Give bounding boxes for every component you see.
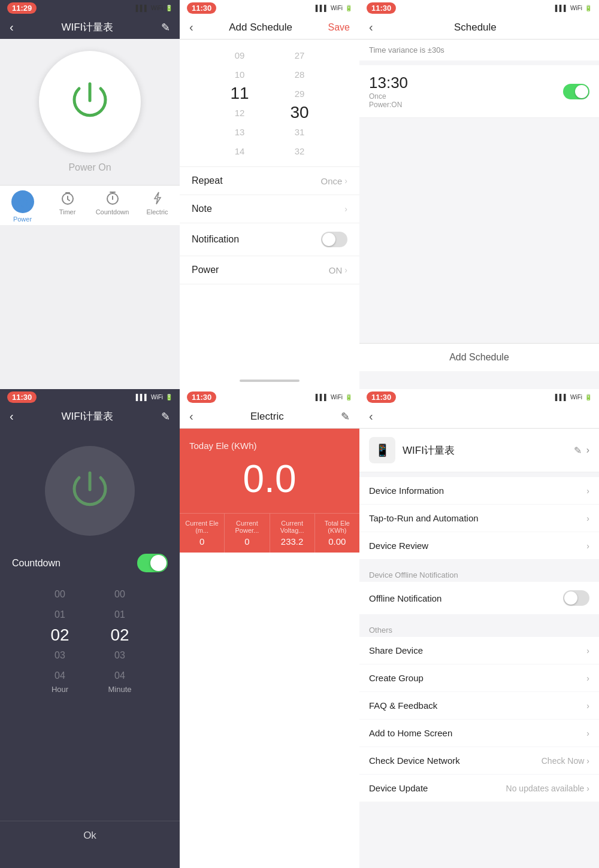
device-review-row[interactable]: Device Review › bbox=[359, 532, 599, 560]
repeat-label: Repeat bbox=[192, 175, 223, 186]
device-header-card: 📱 WIFI计量表 ✎ › bbox=[359, 429, 599, 472]
repeat-value: Once › bbox=[320, 176, 347, 186]
faq-feedback-row[interactable]: FAQ & Feedback › bbox=[359, 692, 599, 720]
wifi-icon-6: WiFi bbox=[570, 394, 582, 400]
minute-picker-col[interactable]: 27 28 29 30 31 32 bbox=[270, 45, 329, 160]
signal-icon-4: ▌▌▌ bbox=[136, 394, 149, 400]
power-container: Power On bbox=[0, 39, 180, 185]
back-button-1[interactable]: ‹ bbox=[10, 20, 14, 34]
notification-knob bbox=[322, 233, 335, 246]
wifi-icon-5: WiFi bbox=[331, 394, 343, 400]
screen-electric: 11:30 ▌▌▌ WiFi 🔋 ‹ Electric ✎ Today Ele … bbox=[180, 389, 359, 868]
electric-stats-row: Current Ele (m... 0 Current Power... 0 C… bbox=[180, 513, 359, 553]
offline-notification-section-header: Device Offline Notification bbox=[359, 564, 599, 582]
tab-electric[interactable]: Electric bbox=[135, 190, 180, 223]
tab-timer[interactable]: Timer bbox=[45, 190, 90, 223]
offline-notification-toggle[interactable] bbox=[563, 590, 589, 606]
add-home-screen-row[interactable]: Add to Home Screen › bbox=[359, 720, 599, 747]
repeat-row[interactable]: Repeat Once › bbox=[180, 167, 359, 195]
device-header-actions: ✎ › bbox=[574, 445, 589, 456]
add-schedule-text: Add Schedule bbox=[359, 343, 599, 371]
status-bar-2: 11:30 ▌▌▌ WiFi 🔋 bbox=[180, 0, 359, 16]
create-group-row[interactable]: Create Group › bbox=[359, 664, 599, 692]
power-button[interactable] bbox=[39, 51, 141, 153]
device-information-row[interactable]: Device Information › bbox=[359, 477, 599, 505]
tab-power-circle bbox=[11, 190, 34, 213]
back-button-2[interactable]: ‹ bbox=[189, 20, 193, 34]
check-device-network-label: Check Device Network bbox=[369, 755, 460, 766]
edit-button-4[interactable]: ✎ bbox=[161, 410, 170, 423]
share-device-row[interactable]: Share Device › bbox=[359, 637, 599, 664]
schedule-list-item[interactable]: 13:30 Once Power:ON bbox=[359, 65, 599, 118]
tab-power-label: Power bbox=[13, 216, 32, 223]
save-button[interactable]: Save bbox=[328, 22, 350, 33]
min-dark-00: 00 bbox=[96, 584, 144, 605]
schedule-item-power: Power:ON bbox=[369, 101, 408, 109]
hour-picker-col[interactable]: 09 10 11 12 13 14 bbox=[210, 45, 270, 160]
countdown-power-circle[interactable] bbox=[45, 446, 135, 536]
tab-power[interactable]: Power bbox=[0, 190, 45, 223]
back-button-3[interactable]: ‹ bbox=[369, 20, 373, 34]
stat-current-ele: Current Ele (m... 0 bbox=[180, 514, 225, 553]
stat-current-ele-value: 0 bbox=[184, 536, 219, 547]
bottom-indicator bbox=[180, 380, 359, 382]
countdown-time-picker[interactable]: 00 01 02 03 04 Hour 00 01 02 03 04 Minut… bbox=[0, 578, 180, 700]
battery-icon-2: 🔋 bbox=[345, 5, 352, 11]
status-bar-4: 11:30 ▌▌▌ WiFi 🔋 bbox=[0, 389, 180, 405]
battery-icon: 🔋 bbox=[165, 5, 173, 11]
time-1: 11:29 bbox=[7, 2, 37, 14]
device-update-row[interactable]: Device Update No updates available › bbox=[359, 775, 599, 802]
stat-total-ele-value: 0.00 bbox=[320, 536, 355, 547]
schedule-item-info: 13:30 Once Power:ON bbox=[369, 74, 408, 109]
stat-voltage-value: 233.2 bbox=[275, 536, 310, 547]
signal-icon-6: ▌▌▌ bbox=[555, 394, 568, 400]
min-dark-01: 01 bbox=[96, 605, 144, 625]
power-tab-icon bbox=[16, 195, 29, 208]
countdown-power-icon bbox=[60, 461, 120, 521]
countdown-tab-icon bbox=[105, 190, 120, 206]
battery-icon-4: 🔋 bbox=[165, 394, 173, 400]
tap-to-run-chevron: › bbox=[586, 514, 589, 523]
back-button-4[interactable]: ‹ bbox=[10, 409, 14, 423]
screen-wifi-power: 11:29 ▌▌▌ WiFi 🔋 ‹ WIFI计量表 ✎ Power On bbox=[0, 0, 180, 389]
hour-11: 11 bbox=[230, 84, 249, 103]
countdown-label: Countdown bbox=[12, 558, 60, 569]
faq-feedback-label: FAQ & Feedback bbox=[369, 700, 437, 711]
edit-device-icon[interactable]: ✎ bbox=[574, 445, 582, 456]
countdown-hours-col[interactable]: 00 01 02 03 04 Hour bbox=[36, 584, 84, 694]
create-group-chevron: › bbox=[586, 673, 589, 683]
ok-button[interactable]: Ok bbox=[83, 830, 96, 841]
countdown-toggle[interactable] bbox=[137, 554, 168, 572]
back-button-6[interactable]: ‹ bbox=[369, 409, 373, 423]
signal-icon-2: ▌▌▌ bbox=[316, 5, 328, 11]
status-icons-3: ▌▌▌ WiFi 🔋 bbox=[555, 5, 592, 11]
schedule-item-repeat: Once bbox=[369, 92, 408, 101]
schedule-toggle[interactable] bbox=[563, 84, 589, 99]
edit-button-1[interactable]: ✎ bbox=[161, 21, 170, 34]
add-schedule-button[interactable]: Add Schedule bbox=[359, 343, 599, 371]
hour-unit: Hour bbox=[52, 685, 68, 694]
check-device-network-row[interactable]: Check Device Network Check Now › bbox=[359, 747, 599, 775]
notification-toggle[interactable] bbox=[321, 232, 347, 247]
electric-main-value: 0.0 bbox=[189, 457, 350, 501]
tap-to-run-row[interactable]: Tap-to-Run and Automation › bbox=[359, 505, 599, 532]
back-button-5[interactable]: ‹ bbox=[189, 409, 193, 423]
status-icons-2: ▌▌▌ WiFi 🔋 bbox=[316, 5, 352, 11]
device-review-label: Device Review bbox=[369, 541, 428, 551]
others-section-header: Others bbox=[359, 620, 599, 637]
repeat-chevron: › bbox=[344, 176, 347, 186]
tab-countdown[interactable]: Countdown bbox=[90, 190, 135, 223]
note-row[interactable]: Note › bbox=[180, 195, 359, 223]
status-icons-1: ▌▌▌ WiFi 🔋 bbox=[136, 5, 173, 11]
edit-button-5[interactable]: ✎ bbox=[341, 410, 350, 423]
hour-dark-02: 02 bbox=[36, 625, 84, 645]
time-6: 11:30 bbox=[367, 391, 396, 403]
min-dark-03: 03 bbox=[96, 645, 144, 666]
power-row[interactable]: Power ON › bbox=[180, 256, 359, 284]
time-picker[interactable]: 09 10 11 12 13 14 27 28 29 30 31 32 bbox=[180, 40, 359, 167]
countdown-minutes-col[interactable]: 00 01 02 03 04 Minute bbox=[96, 584, 144, 694]
status-icons-6: ▌▌▌ WiFi 🔋 bbox=[555, 394, 592, 400]
stat-current-power-header: Current Power... bbox=[229, 520, 264, 534]
hour-10: 10 bbox=[235, 65, 245, 84]
minute-32: 32 bbox=[295, 141, 305, 160]
